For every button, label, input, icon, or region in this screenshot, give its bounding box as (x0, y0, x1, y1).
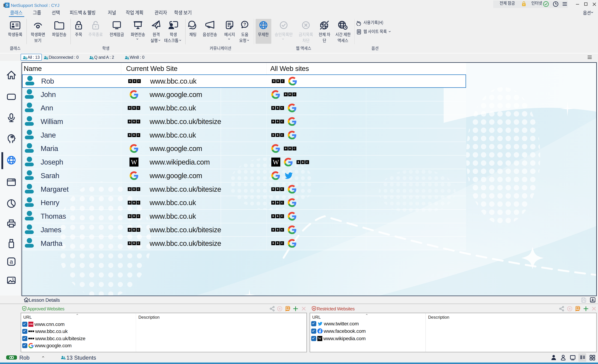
svg-text:a: a (9, 258, 13, 265)
svg-text:?: ? (243, 22, 246, 27)
